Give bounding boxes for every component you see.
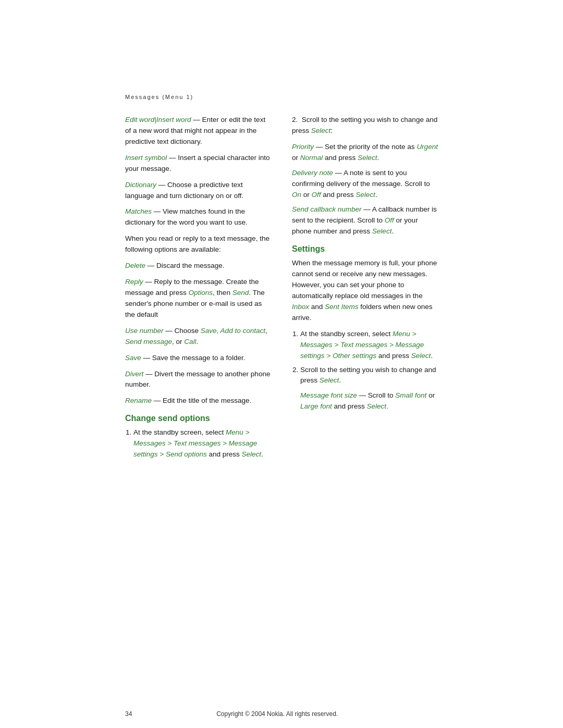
reply-then: , then xyxy=(213,289,232,297)
delivery-off-term: Off xyxy=(312,191,321,199)
reply-block: Reply — Reply to the message. Create the… xyxy=(125,277,271,320)
use-number-text: — Choose xyxy=(164,327,201,335)
font-or: or xyxy=(426,391,435,399)
page-container: Messages (Menu 1) Edit word|Insert word … xyxy=(0,0,563,728)
font-and-press: and press xyxy=(332,402,367,410)
delivery-note-block: Delivery note — A note is sent to you co… xyxy=(292,168,438,201)
divert-block: Divert — Divert the message to another p… xyxy=(125,369,271,391)
settings-step1-select-term: Select xyxy=(411,352,431,360)
priority-block: Priority — Set the priority of the note … xyxy=(292,142,438,164)
use-number-mid: , xyxy=(265,327,267,335)
use-number-period: . xyxy=(197,338,199,346)
matches-term: Matches xyxy=(125,207,152,215)
save-text: — Save the message to a folder. xyxy=(141,354,246,362)
settings-list: At the standby screen, select Menu > Mes… xyxy=(292,329,438,412)
save-term: Save xyxy=(125,354,141,362)
right-column: 2. Scroll to the setting you wish to cha… xyxy=(292,115,438,700)
footer: 34 Copyright © 2004 Nokia. All rights re… xyxy=(0,700,563,728)
delivery-period: . xyxy=(375,191,377,199)
section-label: Messages (Menu 1) xyxy=(125,94,438,100)
settings-path-term: Menu > Messages > Text messages > Messag… xyxy=(300,330,424,360)
priority-or: or xyxy=(292,154,300,162)
use-number-save-term: Save, Add to contact xyxy=(201,327,265,335)
font-size-text: — Scroll to xyxy=(357,391,396,399)
insert-symbol-block: Insert symbol — Insert a special charact… xyxy=(125,153,271,175)
callback-term: Send callback number xyxy=(292,205,362,213)
priority-term: Priority xyxy=(292,143,314,151)
settings-inbox-term: Inbox xyxy=(292,303,309,311)
settings-intro-block: When the message memory is full, your ph… xyxy=(292,258,438,324)
dictionary-block: Dictionary — Choose a predictive text la… xyxy=(125,180,271,202)
delete-block: Delete — Discard the message. xyxy=(125,261,271,272)
rename-block: Rename — Edit the title of the message. xyxy=(125,396,271,406)
priority-urgent-term: Urgent xyxy=(417,143,438,151)
change-send-select-term: Select xyxy=(242,450,262,458)
delivery-or: or xyxy=(301,191,312,199)
reply-term: Reply xyxy=(125,278,143,286)
header-area: Messages (Menu 1) xyxy=(0,0,563,115)
edit-word-term: Edit word|Insert word xyxy=(125,116,191,124)
delete-term: Delete xyxy=(125,262,145,269)
edit-word-block: Edit word|Insert word — Enter or edit th… xyxy=(125,115,271,147)
divert-term: Divert xyxy=(125,370,143,378)
reply-options-term: Options xyxy=(189,289,213,297)
use-number-or: , or xyxy=(172,338,184,346)
callback-off-term: Off xyxy=(385,216,394,224)
use-number-call-term: Call xyxy=(184,338,196,346)
priority-normal-term: Normal xyxy=(300,154,323,162)
priority-select-term: Select xyxy=(358,154,377,162)
step2-select-term: Select xyxy=(311,127,331,134)
change-send-options-list: At the standby screen, select Menu > Mes… xyxy=(125,427,271,460)
settings-sent-term: Sent Items xyxy=(325,303,359,311)
callback-select-term: Select xyxy=(372,227,392,235)
change-send-path-term: Menu > Messages > Text messages > Messag… xyxy=(133,428,257,458)
font-size-term: Message font size xyxy=(300,391,357,399)
change-send-options-heading: Change send options xyxy=(125,414,271,423)
use-number-send-term: Send message xyxy=(125,338,172,346)
divert-text: — Divert the message to another phone nu… xyxy=(125,370,270,389)
reading-options-intro: When you read or reply to a text message… xyxy=(125,233,271,255)
insert-symbol-term: Insert symbol xyxy=(125,154,167,162)
priority-and-press: and press xyxy=(323,154,358,162)
font-size-block: Message font size — Scroll to Small font… xyxy=(300,390,438,412)
delivery-on-term: On xyxy=(292,191,301,199)
delete-text: — Discard the message. xyxy=(145,262,225,269)
left-column: Edit word|Insert word — Enter or edit th… xyxy=(125,115,271,700)
settings-heading: Settings xyxy=(292,244,438,254)
font-small-term: Small font xyxy=(395,391,426,399)
settings-step2: Scroll to the setting you wish to change… xyxy=(300,365,438,413)
use-number-block: Use number — Choose Save, Add to contact… xyxy=(125,326,271,348)
callback-block: Send callback number — A callback number… xyxy=(292,204,438,237)
font-period: . xyxy=(386,402,388,410)
reply-send-term: Send xyxy=(232,289,249,297)
footer-copyright: Copyright © 2004 Nokia. All rights reser… xyxy=(216,710,338,718)
content-area: Edit word|Insert word — Enter or edit th… xyxy=(0,115,563,700)
callback-period: . xyxy=(391,227,394,235)
footer-page-number: 34 xyxy=(125,710,132,718)
settings-step1: At the standby screen, select Menu > Mes… xyxy=(300,329,438,362)
priority-period: . xyxy=(377,154,380,162)
delivery-select-term: Select xyxy=(356,191,375,199)
dictionary-term: Dictionary xyxy=(125,181,156,189)
change-send-step1: At the standby screen, select Menu > Mes… xyxy=(133,427,271,460)
use-number-term: Use number xyxy=(125,327,164,335)
rename-text: — Edit the title of the message. xyxy=(152,397,251,404)
priority-text: — Set the priority of the note as xyxy=(314,143,417,151)
font-large-term: Large font xyxy=(300,402,332,410)
settings-step2-select-term: Select xyxy=(320,376,339,384)
font-select-term: Select xyxy=(367,402,387,410)
rename-term: Rename xyxy=(125,397,152,404)
matches-block: Matches — View matches found in the dict… xyxy=(125,206,271,228)
step2-intro-block: 2. Scroll to the setting you wish to cha… xyxy=(292,115,438,137)
save-block: Save — Save the message to a folder. xyxy=(125,353,271,364)
delivery-term: Delivery note xyxy=(292,169,333,177)
delivery-and-press: and press xyxy=(321,191,356,199)
